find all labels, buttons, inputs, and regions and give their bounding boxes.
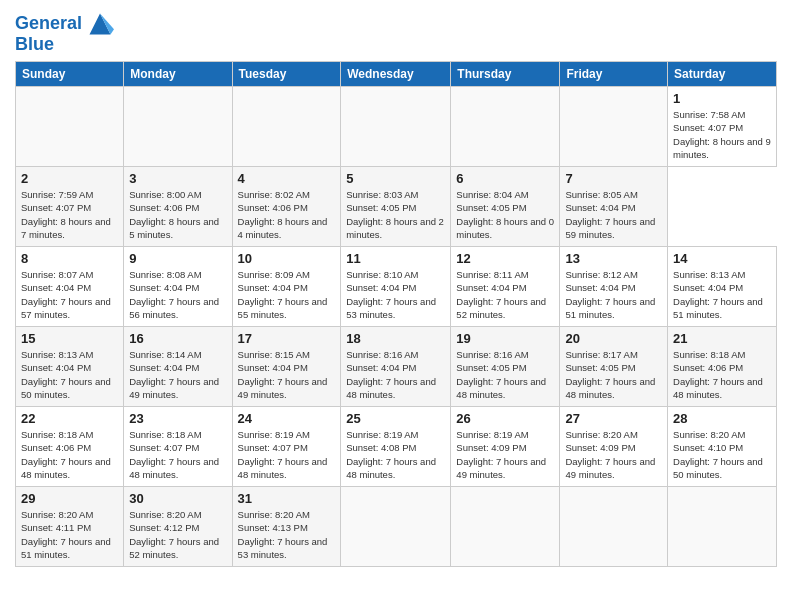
day-info: Sunrise: 8:16 AMSunset: 4:04 PMDaylight:… — [346, 349, 436, 400]
day-number: 19 — [456, 331, 554, 346]
day-number: 16 — [129, 331, 226, 346]
day-number: 28 — [673, 411, 771, 426]
day-cell-19: 19Sunrise: 8:16 AMSunset: 4:05 PMDayligh… — [451, 327, 560, 407]
day-cell-16: 16Sunrise: 8:14 AMSunset: 4:04 PMDayligh… — [124, 327, 232, 407]
day-number: 27 — [565, 411, 662, 426]
day-cell-30: 30Sunrise: 8:20 AMSunset: 4:12 PMDayligh… — [124, 487, 232, 567]
day-info: Sunrise: 8:16 AMSunset: 4:05 PMDaylight:… — [456, 349, 546, 400]
col-header-saturday: Saturday — [668, 62, 777, 87]
day-info: Sunrise: 7:58 AMSunset: 4:07 PMDaylight:… — [673, 109, 771, 160]
week-row-1: 2Sunrise: 7:59 AMSunset: 4:07 PMDaylight… — [16, 167, 777, 247]
day-cell-12: 12Sunrise: 8:11 AMSunset: 4:04 PMDayligh… — [451, 247, 560, 327]
empty-cell — [341, 87, 451, 167]
logo-icon — [86, 10, 114, 38]
day-info: Sunrise: 8:19 AMSunset: 4:08 PMDaylight:… — [346, 429, 436, 480]
day-info: Sunrise: 8:18 AMSunset: 4:06 PMDaylight:… — [673, 349, 763, 400]
day-cell-6: 6Sunrise: 8:04 AMSunset: 4:05 PMDaylight… — [451, 167, 560, 247]
day-number: 2 — [21, 171, 118, 186]
day-cell-27: 27Sunrise: 8:20 AMSunset: 4:09 PMDayligh… — [560, 407, 668, 487]
day-cell-14: 14Sunrise: 8:13 AMSunset: 4:04 PMDayligh… — [668, 247, 777, 327]
day-cell-17: 17Sunrise: 8:15 AMSunset: 4:04 PMDayligh… — [232, 327, 341, 407]
day-info: Sunrise: 8:02 AMSunset: 4:06 PMDaylight:… — [238, 189, 328, 240]
calendar-table: SundayMondayTuesdayWednesdayThursdayFrid… — [15, 61, 777, 567]
day-cell-26: 26Sunrise: 8:19 AMSunset: 4:09 PMDayligh… — [451, 407, 560, 487]
day-number: 31 — [238, 491, 336, 506]
col-header-monday: Monday — [124, 62, 232, 87]
day-info: Sunrise: 8:00 AMSunset: 4:06 PMDaylight:… — [129, 189, 219, 240]
day-number: 11 — [346, 251, 445, 266]
day-cell-4: 4Sunrise: 8:02 AMSunset: 4:06 PMDaylight… — [232, 167, 341, 247]
day-cell-22: 22Sunrise: 8:18 AMSunset: 4:06 PMDayligh… — [16, 407, 124, 487]
day-number: 5 — [346, 171, 445, 186]
day-info: Sunrise: 8:11 AMSunset: 4:04 PMDaylight:… — [456, 269, 546, 320]
day-number: 3 — [129, 171, 226, 186]
logo-general: General — [15, 13, 82, 33]
day-cell-10: 10Sunrise: 8:09 AMSunset: 4:04 PMDayligh… — [232, 247, 341, 327]
day-cell-7: 7Sunrise: 8:05 AMSunset: 4:04 PMDaylight… — [560, 167, 668, 247]
day-cell-25: 25Sunrise: 8:19 AMSunset: 4:08 PMDayligh… — [341, 407, 451, 487]
day-info: Sunrise: 8:15 AMSunset: 4:04 PMDaylight:… — [238, 349, 328, 400]
day-cell-13: 13Sunrise: 8:12 AMSunset: 4:04 PMDayligh… — [560, 247, 668, 327]
day-info: Sunrise: 8:05 AMSunset: 4:04 PMDaylight:… — [565, 189, 655, 240]
day-info: Sunrise: 8:18 AMSunset: 4:06 PMDaylight:… — [21, 429, 111, 480]
day-number: 24 — [238, 411, 336, 426]
day-info: Sunrise: 8:03 AMSunset: 4:05 PMDaylight:… — [346, 189, 444, 240]
col-header-wednesday: Wednesday — [341, 62, 451, 87]
day-number: 21 — [673, 331, 771, 346]
day-number: 20 — [565, 331, 662, 346]
day-info: Sunrise: 8:20 AMSunset: 4:11 PMDaylight:… — [21, 509, 111, 560]
day-info: Sunrise: 7:59 AMSunset: 4:07 PMDaylight:… — [21, 189, 111, 240]
week-row-5: 29Sunrise: 8:20 AMSunset: 4:11 PMDayligh… — [16, 487, 777, 567]
day-cell-28: 28Sunrise: 8:20 AMSunset: 4:10 PMDayligh… — [668, 407, 777, 487]
empty-cell — [451, 487, 560, 567]
day-number: 13 — [565, 251, 662, 266]
day-number: 23 — [129, 411, 226, 426]
day-info: Sunrise: 8:08 AMSunset: 4:04 PMDaylight:… — [129, 269, 219, 320]
day-number: 26 — [456, 411, 554, 426]
day-number: 8 — [21, 251, 118, 266]
day-info: Sunrise: 8:19 AMSunset: 4:07 PMDaylight:… — [238, 429, 328, 480]
day-cell-1: 1Sunrise: 7:58 AMSunset: 4:07 PMDaylight… — [668, 87, 777, 167]
empty-cell — [124, 87, 232, 167]
day-info: Sunrise: 8:14 AMSunset: 4:04 PMDaylight:… — [129, 349, 219, 400]
logo-text: General — [15, 14, 82, 34]
day-number: 22 — [21, 411, 118, 426]
day-number: 1 — [673, 91, 771, 106]
day-info: Sunrise: 8:19 AMSunset: 4:09 PMDaylight:… — [456, 429, 546, 480]
empty-cell — [560, 87, 668, 167]
empty-cell — [341, 487, 451, 567]
day-number: 12 — [456, 251, 554, 266]
week-row-2: 8Sunrise: 8:07 AMSunset: 4:04 PMDaylight… — [16, 247, 777, 327]
day-number: 4 — [238, 171, 336, 186]
day-info: Sunrise: 8:10 AMSunset: 4:04 PMDaylight:… — [346, 269, 436, 320]
day-info: Sunrise: 8:09 AMSunset: 4:04 PMDaylight:… — [238, 269, 328, 320]
header-area: General Blue — [15, 10, 777, 55]
day-cell-29: 29Sunrise: 8:20 AMSunset: 4:11 PMDayligh… — [16, 487, 124, 567]
day-cell-18: 18Sunrise: 8:16 AMSunset: 4:04 PMDayligh… — [341, 327, 451, 407]
day-cell-2: 2Sunrise: 7:59 AMSunset: 4:07 PMDaylight… — [16, 167, 124, 247]
day-number: 25 — [346, 411, 445, 426]
day-number: 14 — [673, 251, 771, 266]
day-info: Sunrise: 8:17 AMSunset: 4:05 PMDaylight:… — [565, 349, 655, 400]
page: General Blue SundayMondayTuesdayWednesda… — [0, 0, 792, 577]
empty-cell — [16, 87, 124, 167]
day-number: 15 — [21, 331, 118, 346]
day-cell-8: 8Sunrise: 8:07 AMSunset: 4:04 PMDaylight… — [16, 247, 124, 327]
day-info: Sunrise: 8:04 AMSunset: 4:05 PMDaylight:… — [456, 189, 554, 240]
day-info: Sunrise: 8:20 AMSunset: 4:12 PMDaylight:… — [129, 509, 219, 560]
empty-cell — [451, 87, 560, 167]
day-info: Sunrise: 8:12 AMSunset: 4:04 PMDaylight:… — [565, 269, 655, 320]
day-cell-31: 31Sunrise: 8:20 AMSunset: 4:13 PMDayligh… — [232, 487, 341, 567]
empty-cell — [560, 487, 668, 567]
day-cell-23: 23Sunrise: 8:18 AMSunset: 4:07 PMDayligh… — [124, 407, 232, 487]
col-header-tuesday: Tuesday — [232, 62, 341, 87]
col-header-sunday: Sunday — [16, 62, 124, 87]
day-cell-20: 20Sunrise: 8:17 AMSunset: 4:05 PMDayligh… — [560, 327, 668, 407]
day-info: Sunrise: 8:20 AMSunset: 4:09 PMDaylight:… — [565, 429, 655, 480]
logo: General Blue — [15, 10, 114, 55]
day-info: Sunrise: 8:13 AMSunset: 4:04 PMDaylight:… — [673, 269, 763, 320]
day-info: Sunrise: 8:18 AMSunset: 4:07 PMDaylight:… — [129, 429, 219, 480]
col-header-friday: Friday — [560, 62, 668, 87]
day-number: 30 — [129, 491, 226, 506]
header-row: SundayMondayTuesdayWednesdayThursdayFrid… — [16, 62, 777, 87]
